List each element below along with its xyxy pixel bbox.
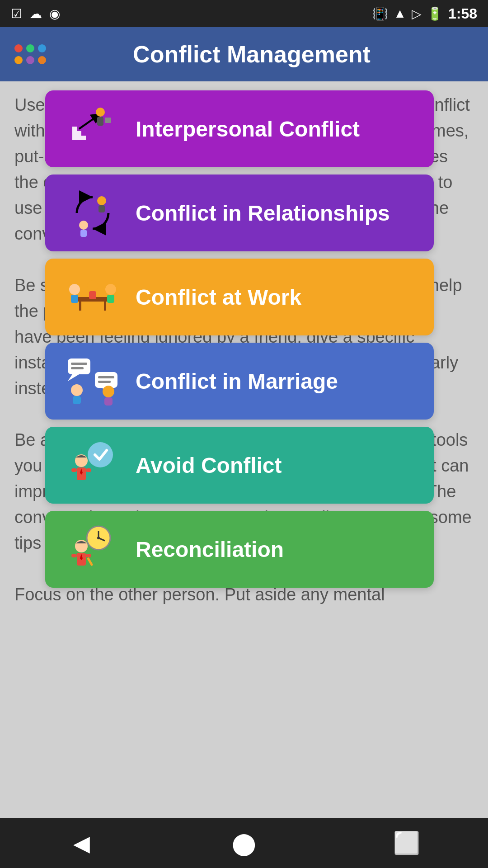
svg-point-32	[88, 442, 113, 467]
circle-icon: ◉	[49, 6, 60, 21]
card-marriage-label: Conflict in Marriage	[136, 369, 338, 394]
card-reconciliation-label: Reconciliation	[136, 537, 284, 562]
logo-dot-2	[26, 44, 34, 52]
page-title: Conflict Management	[57, 41, 446, 68]
person-clock-icon	[63, 520, 122, 579]
logo-dot-1	[14, 44, 23, 52]
svg-rect-0	[72, 136, 86, 140]
card-avoid-label: Avoid Conflict	[136, 453, 282, 478]
svg-point-16	[87, 280, 98, 291]
card-avoid[interactable]: Avoid Conflict	[45, 427, 434, 504]
group-meeting-icon	[63, 268, 122, 326]
svg-rect-6	[105, 118, 111, 123]
navigation-bar: ◀ ⬤ ⬜	[0, 818, 488, 868]
svg-rect-26	[95, 372, 117, 388]
svg-point-14	[69, 284, 80, 295]
status-time: 1:58	[448, 5, 477, 22]
svg-rect-28	[98, 376, 114, 378]
card-marriage[interactable]: Conflict in Marriage	[45, 343, 434, 420]
status-bar-right: 📳 ▲ ▷ 🔋 1:58	[372, 5, 477, 22]
card-work[interactable]: Conflict at Work	[45, 259, 434, 335]
card-relationships[interactable]: Conflict in Relationships	[45, 175, 434, 251]
svg-rect-22	[71, 363, 87, 365]
logo-dot-4	[14, 56, 23, 64]
svg-rect-25	[73, 396, 81, 404]
app-logo	[14, 44, 46, 64]
status-bar-left: ☑ ☁ ◉	[11, 6, 60, 21]
svg-rect-1	[72, 131, 81, 136]
svg-rect-19	[107, 295, 114, 303]
svg-rect-47	[86, 554, 91, 557]
svg-rect-31	[104, 397, 113, 406]
svg-point-24	[71, 384, 83, 396]
vibrate-icon: 📳	[372, 6, 388, 21]
logo-dot-6	[38, 56, 46, 64]
svg-rect-37	[86, 468, 91, 472]
couple-messaging-icon	[63, 352, 122, 410]
svg-point-41	[97, 537, 100, 539]
svg-rect-10	[80, 230, 87, 237]
svg-rect-29	[98, 381, 111, 383]
svg-rect-36	[71, 468, 77, 472]
svg-rect-13	[104, 302, 106, 311]
svg-point-18	[105, 284, 116, 295]
svg-rect-5	[97, 117, 103, 126]
card-reconciliation[interactable]: Reconciliation	[45, 511, 434, 588]
svg-rect-17	[89, 291, 96, 299]
status-bar: ☑ ☁ ◉ 📳 ▲ ▷ 🔋 1:58	[0, 0, 488, 27]
card-relationships-label: Conflict in Relationships	[136, 201, 390, 226]
svg-rect-23	[71, 367, 84, 369]
svg-marker-21	[68, 374, 79, 381]
card-interpersonal-label: Interpersonal Conflict	[136, 117, 360, 142]
svg-rect-46	[71, 554, 77, 557]
two-people-cycling-icon	[63, 184, 122, 242]
checkbox-icon: ☑	[11, 6, 22, 21]
svg-point-4	[96, 108, 105, 117]
card-interpersonal[interactable]: Interpersonal Conflict	[45, 90, 434, 167]
svg-rect-44	[87, 557, 93, 566]
person-checkmark-icon	[63, 436, 122, 495]
svg-rect-2	[72, 127, 77, 131]
wifi-icon: ▲	[394, 6, 406, 21]
svg-point-30	[103, 386, 114, 397]
signal-icon: ▷	[412, 6, 422, 21]
card-work-label: Conflict at Work	[136, 285, 301, 310]
app-header: Conflict Management	[0, 27, 488, 81]
svg-point-9	[79, 221, 88, 230]
recent-apps-button[interactable]: ⬜	[389, 825, 425, 861]
svg-rect-15	[71, 295, 78, 303]
cards-container: Interpersonal Conflict Conflict in Relat…	[45, 90, 434, 595]
svg-rect-20	[68, 359, 90, 374]
home-button[interactable]: ⬤	[226, 825, 262, 861]
back-button[interactable]: ◀	[63, 825, 99, 861]
logo-dot-3	[38, 44, 46, 52]
svg-point-7	[97, 196, 106, 205]
cloud-icon: ☁	[29, 6, 42, 21]
battery-icon: 🔋	[427, 6, 443, 21]
svg-rect-12	[79, 302, 81, 311]
logo-dot-5	[26, 56, 34, 64]
svg-rect-8	[99, 205, 105, 212]
person-climbing-steps-icon	[63, 99, 122, 158]
